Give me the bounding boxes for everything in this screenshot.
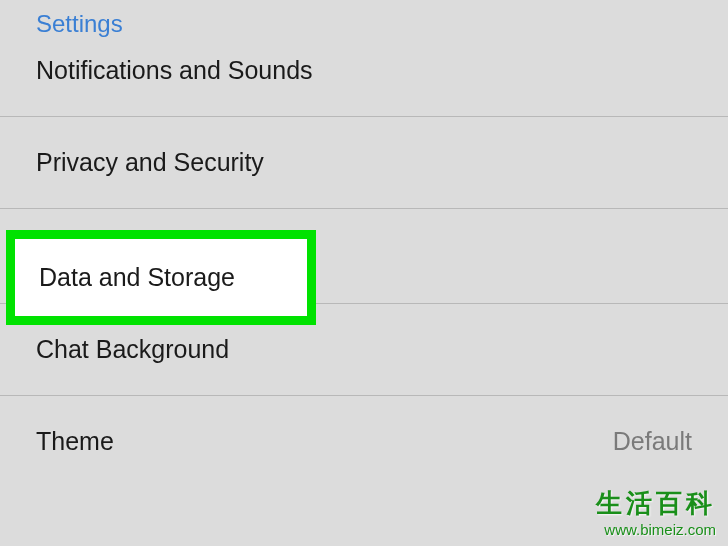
settings-item-label: Notifications and Sounds	[36, 56, 313, 84]
settings-item-data-storage-highlight[interactable]: Data and Storage	[6, 230, 316, 325]
settings-section-header: Settings	[0, 0, 728, 56]
watermark-main-text: 生活百科	[596, 486, 716, 521]
settings-item-label: Data and Storage	[39, 263, 235, 292]
settings-item-label: Theme	[36, 427, 114, 456]
watermark: 生活百科 www.bimeiz.com	[596, 486, 716, 538]
settings-item-privacy[interactable]: Privacy and Security	[0, 117, 728, 209]
settings-item-value: Default	[613, 427, 692, 456]
watermark-url-text: www.bimeiz.com	[596, 521, 716, 538]
settings-item-label: Chat Background	[36, 335, 229, 363]
settings-item-theme[interactable]: Theme Default	[0, 396, 728, 487]
settings-item-label: Privacy and Security	[36, 148, 264, 176]
settings-item-notifications[interactable]: Notifications and Sounds	[0, 56, 728, 117]
